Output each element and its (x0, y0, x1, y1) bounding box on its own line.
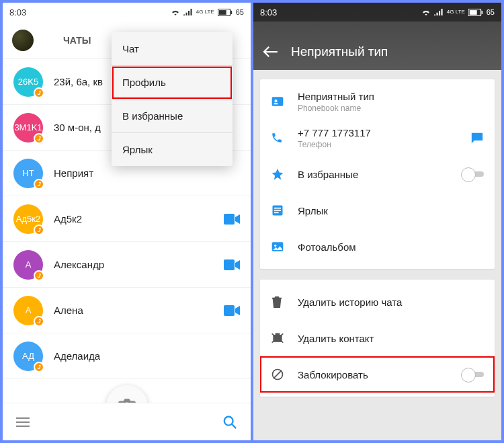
search-button[interactable] (222, 415, 237, 430)
phonebook-label: Phonebook name (298, 104, 484, 113)
star-icon (271, 167, 298, 181)
block-icon (271, 368, 298, 381)
chat-icon (470, 132, 484, 144)
video-call-button[interactable] (224, 305, 240, 316)
block-label: Заблокировать (298, 369, 461, 380)
tab-chats[interactable]: ЧАТЫ (60, 23, 94, 58)
svg-rect-5 (224, 305, 235, 316)
contact-avatar: АJ (13, 296, 43, 325)
contact-name: Аделаида (54, 350, 240, 362)
row-delete-history[interactable]: Удалить историю чата (260, 284, 495, 320)
row-delete-contact[interactable]: Удалить контакт (260, 320, 495, 356)
svg-point-6 (224, 416, 233, 425)
svg-rect-2 (230, 10, 232, 13)
menu-chat[interactable]: Чат (112, 32, 233, 66)
contact-avatar: АДJ (13, 341, 43, 371)
status-icons: 4G LTE 65 (421, 8, 495, 16)
favorite-label: В избранные (298, 169, 461, 180)
contact-name: Алена (54, 305, 224, 316)
svg-rect-3 (224, 214, 235, 225)
shortcut-label: Ярлык (298, 205, 484, 216)
svg-rect-10 (481, 10, 482, 13)
badge-icon: J (34, 179, 44, 190)
bottom-bar (3, 403, 251, 440)
video-call-button[interactable] (224, 259, 240, 270)
svg-point-12 (274, 99, 277, 102)
network-label: 4G LTE (447, 9, 465, 15)
tabs: ЧАТЫ (60, 23, 94, 58)
videocam-icon (224, 259, 240, 270)
svg-line-22 (274, 370, 282, 378)
favorite-toggle[interactable] (461, 167, 484, 181)
menu-favorite[interactable]: В избранные (112, 99, 233, 133)
card-info: Неприятный тип Phonebook name +7 777 177… (260, 79, 495, 269)
status-time: 8:03 (9, 7, 26, 17)
user-avatar[interactable] (12, 30, 34, 51)
row-photoalbum[interactable]: Фотоальбом (260, 229, 495, 265)
card-actions: Удалить историю чата Удалить контакт Заб… (260, 280, 495, 397)
svg-rect-16 (274, 212, 279, 214)
phone-icon (271, 132, 298, 144)
status-bar: 8:03 4G LTE 65 (3, 3, 251, 22)
video-call-button[interactable] (224, 214, 240, 225)
contact-row[interactable]: АJАлена (3, 288, 251, 333)
row-phone[interactable]: +7 777 1773117 Телефон (260, 120, 495, 156)
block-toggle[interactable] (461, 368, 484, 381)
network-label: 4G LTE (196, 9, 214, 15)
contact-name: Александр (54, 259, 224, 270)
svg-rect-1 (218, 10, 226, 15)
svg-line-7 (232, 424, 236, 428)
badge-icon: J (34, 270, 44, 281)
phone-label: Телефон (298, 140, 470, 149)
profile-body[interactable]: Неприятный тип Phonebook name +7 777 177… (253, 70, 501, 440)
phone-value: +7 777 1773117 (298, 127, 470, 138)
contact-row[interactable]: Ад5к2JАд5к2 (3, 196, 251, 242)
row-block[interactable]: Заблокировать (260, 356, 495, 393)
row-shortcut[interactable]: Ярлык (260, 192, 495, 229)
status-icons: 4G LTE 65 (171, 8, 244, 16)
menu-button[interactable] (16, 417, 30, 427)
badge-icon: J (34, 316, 44, 327)
contact-row[interactable]: АДJАделаида (3, 333, 251, 379)
battery-icon (218, 9, 233, 16)
status-time: 8:03 (260, 7, 277, 17)
contact-avatar: АJ (13, 250, 43, 280)
svg-rect-11 (272, 97, 284, 106)
contact-card-icon (271, 95, 298, 108)
message-button[interactable] (470, 132, 484, 144)
badge-icon: J (34, 133, 44, 144)
svg-rect-4 (224, 259, 235, 270)
menu-profile[interactable]: Профиль (112, 66, 233, 99)
contact-avatar: 3M1K1J (13, 113, 43, 143)
contact-avatar: НТJ (13, 159, 43, 188)
contact-avatar: Ад5к2J (13, 204, 43, 234)
signal-icon (434, 9, 444, 15)
hamburger-icon (16, 417, 30, 427)
menu-shortcut[interactable]: Ярлык (112, 133, 233, 166)
videocam-icon (224, 214, 240, 225)
badge-icon: J (34, 362, 44, 372)
delete-contact-icon (271, 331, 298, 345)
photoalbum-label: Фотоальбом (298, 241, 484, 253)
contact-name: Ад5к2 (54, 213, 224, 225)
battery-icon (468, 9, 483, 16)
svg-point-18 (274, 245, 276, 247)
profile-title: Неприятный тип (291, 44, 388, 59)
contact-row[interactable]: АJАлександр (3, 242, 251, 288)
wifi-icon (171, 9, 180, 15)
svg-rect-9 (469, 10, 476, 15)
search-icon (222, 415, 237, 430)
screen-right: 8:03 4G LTE 65 Неприятный тип Неприятный… (253, 3, 501, 440)
trash-icon (271, 295, 298, 309)
row-favorite[interactable]: В избранные (260, 156, 495, 192)
shortcut-icon (271, 204, 298, 217)
back-button[interactable] (263, 46, 278, 58)
contact-name-value: Неприятный тип (298, 91, 484, 102)
profile-header: 8:03 4G LTE 65 Неприятный тип (253, 3, 501, 70)
row-contact-name: Неприятный тип Phonebook name (260, 83, 495, 120)
status-bar: 8:03 4G LTE 65 (253, 3, 501, 22)
back-arrow-icon (263, 46, 278, 58)
badge-icon: J (34, 225, 44, 235)
contact-avatar: 26K5J (13, 67, 43, 97)
svg-rect-20 (276, 333, 280, 335)
